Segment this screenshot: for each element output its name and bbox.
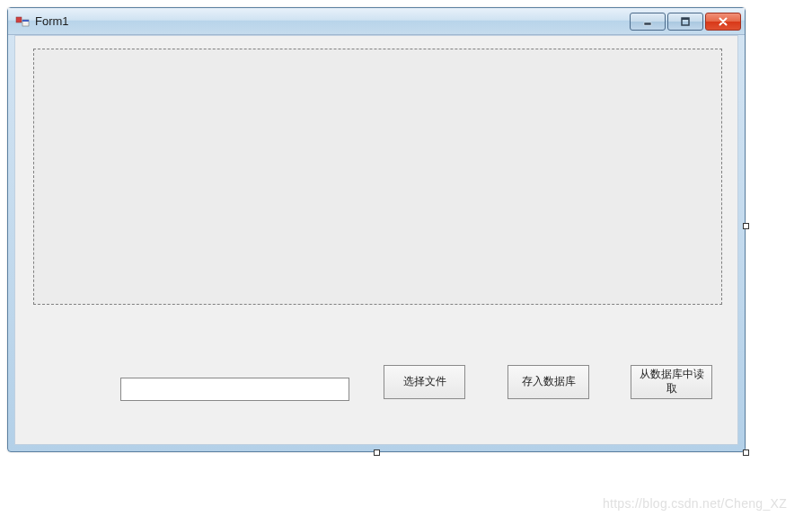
svg-rect-0 — [16, 17, 22, 22]
file-path-input[interactable] — [120, 378, 349, 401]
resize-handle-bottom[interactable] — [374, 449, 380, 456]
resize-handle-right[interactable] — [743, 223, 749, 229]
form-icon — [15, 14, 30, 29]
svg-rect-5 — [682, 18, 689, 20]
client-area: 选择文件 存入数据库 从数据库中读取 — [14, 35, 738, 445]
save-to-database-button[interactable]: 存入数据库 — [508, 365, 589, 399]
svg-rect-3 — [644, 22, 651, 25]
resize-handle-corner[interactable] — [743, 449, 749, 456]
picture-box — [33, 49, 722, 305]
svg-rect-2 — [22, 20, 29, 22]
maximize-button[interactable] — [667, 13, 703, 31]
read-from-database-button[interactable]: 从数据库中读取 — [631, 365, 712, 399]
title-bar[interactable]: Form1 — [8, 8, 745, 35]
select-file-button[interactable]: 选择文件 — [384, 365, 465, 399]
window-controls — [630, 13, 741, 31]
minimize-button[interactable] — [630, 13, 666, 31]
window-title: Form1 — [35, 14, 630, 28]
form-window: Form1 选择文件 — [7, 7, 746, 452]
close-button[interactable] — [705, 13, 741, 31]
watermark: https://blog.csdn.net/Cheng_XZ — [603, 496, 787, 511]
svg-rect-4 — [682, 18, 689, 25]
